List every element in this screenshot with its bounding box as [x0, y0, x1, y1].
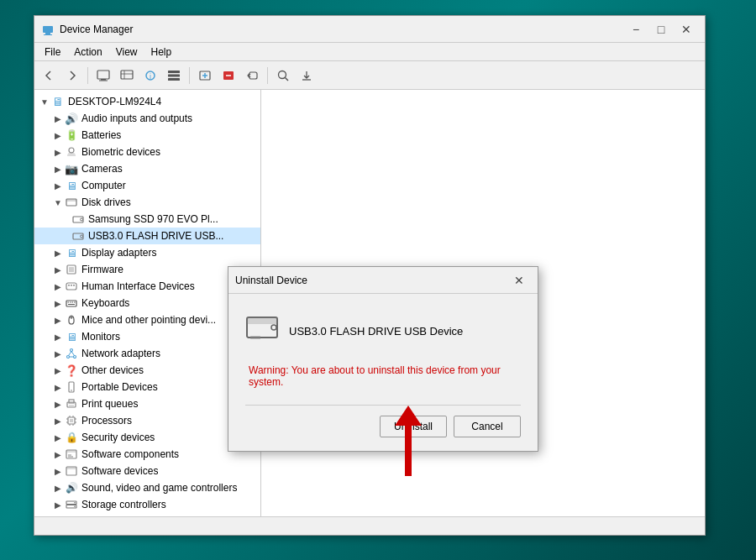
show-computer-button[interactable]: [92, 65, 114, 86]
tree-item-display[interactable]: ▶ 🖥 Display adapters: [34, 244, 260, 261]
disk-drives-label: Disk drives: [81, 196, 131, 208]
computer-arrow: ▶: [51, 179, 65, 192]
tree-item-firmware[interactable]: ▶ Firmware: [34, 261, 260, 278]
svg-point-70: [74, 505, 76, 507]
biometric-arrow: ▶: [51, 145, 65, 159]
tree-item-system[interactable]: ▶ 🖥 System devices: [34, 513, 260, 516]
tree-item-storage[interactable]: ▶ Storage controllers: [34, 496, 260, 513]
usb-flash-arrow: [65, 229, 71, 243]
svg-rect-0: [43, 26, 53, 33]
tree-item-biometric[interactable]: ▶ Biometric devices: [34, 144, 260, 160]
cameras-label: Cameras: [81, 163, 123, 175]
monitors-label: Monitors: [81, 331, 120, 343]
system-icon: 🖥: [65, 515, 78, 516]
download-button[interactable]: [296, 65, 318, 86]
tree-item-portable[interactable]: ▶ Portable Devices: [34, 379, 260, 395]
processors-arrow: ▶: [51, 414, 65, 427]
tree-item-other[interactable]: ▶ ❓ Other devices: [34, 362, 260, 379]
toolbar-separator-1: [87, 67, 88, 84]
view-list-button[interactable]: [163, 65, 185, 86]
dialog-device-row: USB3.0 FLASH DRIVE USB Device: [245, 311, 521, 351]
back-button[interactable]: [38, 65, 60, 86]
tree-item-computer[interactable]: ▶ 🖥 Computer: [34, 177, 260, 194]
tree-item-network[interactable]: ▶ Network adapters: [34, 345, 260, 362]
computer-label: Computer: [81, 180, 126, 191]
tree-item-monitors[interactable]: ▶ 🖥 Monitors: [34, 328, 260, 345]
tree-item-samsung-ssd[interactable]: Samsung SSD 970 EVO Pl...: [34, 211, 260, 228]
dialog-warning: Warning: You are about to uninstall this…: [245, 364, 521, 388]
update-driver-button[interactable]: [194, 65, 216, 86]
svg-line-44: [71, 352, 75, 356]
svg-rect-24: [73, 233, 83, 239]
tree-item-usb-flash[interactable]: USB3.0 FLASH DRIVE USB...: [34, 228, 260, 244]
network-label: Network adapters: [81, 348, 160, 359]
show-hidden-button[interactable]: [116, 65, 138, 86]
tree-item-keyboards[interactable]: ▶ Keyboards: [34, 295, 260, 311]
menu-view[interactable]: View: [109, 44, 144, 60]
biometric-icon: [65, 145, 78, 159]
cancel-button[interactable]: Cancel: [454, 416, 521, 437]
firmware-icon: [65, 263, 78, 276]
dialog-buttons: Uninstall Cancel: [245, 405, 521, 437]
svg-rect-62: [66, 450, 76, 453]
uninstall-button[interactable]: [218, 65, 239, 86]
svg-point-69: [74, 502, 76, 504]
keyboards-icon: [65, 296, 78, 310]
menu-help[interactable]: Help: [144, 44, 179, 60]
print-icon: [65, 397, 78, 411]
dialog-warning-prefix: Warning:: [249, 364, 291, 376]
svg-point-42: [74, 356, 76, 359]
minimize-button[interactable]: −: [624, 19, 648, 39]
uninstall-confirm-button[interactable]: Uninstall: [380, 416, 447, 437]
computer-icon: 🖥: [65, 179, 78, 192]
forward-button[interactable]: [61, 65, 83, 86]
tree-root: ▼ 🖥 DESKTOP-LM924L4 ▶ 🔊 Audio inputs and…: [34, 90, 260, 516]
software-devices-icon: [65, 464, 78, 478]
tree-item-mice[interactable]: ▶ Mice and other pointing devi...: [34, 311, 260, 328]
storage-label: Storage controllers: [81, 499, 166, 510]
tree-item-audio[interactable]: ▶ 🔊 Audio inputs and outputs: [34, 110, 260, 127]
biometric-label: Biometric devices: [81, 146, 160, 158]
scan-hardware-button[interactable]: [272, 65, 294, 86]
processors-label: Processors: [81, 415, 132, 427]
rollback-button[interactable]: [241, 65, 263, 86]
close-button[interactable]: ✕: [675, 19, 698, 39]
menu-action[interactable]: Action: [67, 44, 108, 60]
mice-icon: [65, 313, 78, 327]
tree-item-cameras[interactable]: ▶ 📷 Cameras: [34, 160, 260, 177]
svg-rect-66: [66, 467, 76, 469]
dialog-device-name: USB3.0 FLASH DRIVE USB Device: [289, 325, 463, 338]
hid-arrow: ▶: [51, 280, 65, 293]
system-arrow: ▶: [51, 515, 65, 516]
svg-point-16: [279, 71, 286, 78]
title-bar: Device Manager − □ ✕: [34, 16, 705, 43]
menu-file[interactable]: File: [38, 44, 67, 60]
properties-button[interactable]: i: [139, 65, 161, 86]
svg-rect-35: [72, 302, 74, 303]
tree-item-sound[interactable]: ▶ 🔊 Sound, video and game controllers: [34, 479, 260, 496]
cameras-arrow: ▶: [51, 162, 65, 175]
keyboards-arrow: ▶: [51, 296, 65, 310]
tree-item-batteries[interactable]: ▶ 🔋 Batteries: [34, 127, 260, 144]
dialog-content: USB3.0 FLASH DRIVE USB Device Warning: Y…: [228, 294, 538, 451]
tree-item-processors[interactable]: ▶: [34, 412, 260, 429]
svg-rect-27: [69, 267, 74, 272]
dialog-close-button[interactable]: ✕: [507, 270, 531, 290]
firmware-label: Firmware: [81, 264, 123, 275]
tree-item-hid[interactable]: ▶ Human Interface Devices: [34, 278, 260, 295]
svg-line-17: [286, 77, 289, 81]
security-arrow: ▶: [51, 431, 65, 444]
tree-item-root[interactable]: ▼ 🖥 DESKTOP-LM924L4: [34, 93, 260, 110]
tree-item-software-components[interactable]: ▶ Software components: [34, 446, 260, 463]
svg-rect-72: [247, 317, 277, 324]
network-icon: [65, 347, 78, 360]
svg-point-73: [271, 325, 276, 330]
portable-label: Portable Devices: [81, 381, 158, 393]
tree-item-software-devices[interactable]: ▶ Software devices: [34, 463, 260, 479]
maximize-button[interactable]: □: [649, 19, 673, 39]
svg-rect-4: [101, 79, 106, 81]
tree-item-security[interactable]: ▶ 🔒 Security devices: [34, 429, 260, 446]
software-components-arrow: ▶: [51, 447, 65, 461]
tree-item-disk-drives[interactable]: ▼ Disk drives: [34, 194, 260, 211]
tree-item-print[interactable]: ▶ Print queues: [34, 395, 260, 412]
